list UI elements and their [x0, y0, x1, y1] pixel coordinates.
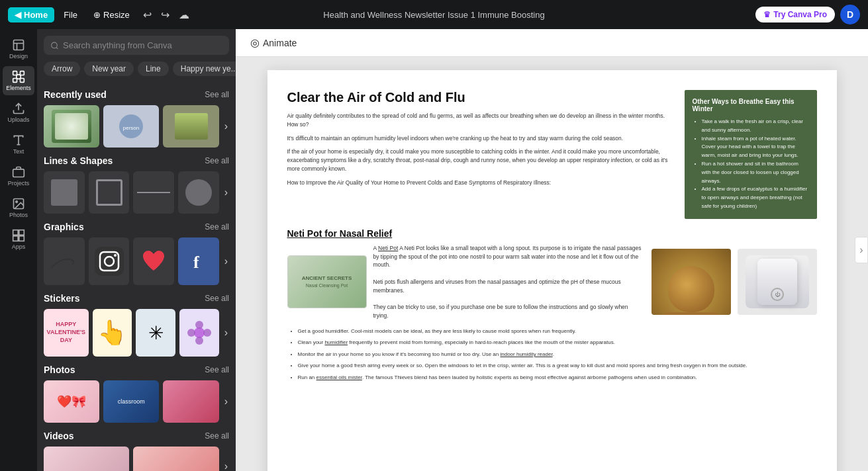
sidebar-item-apps[interactable]: Apps	[3, 225, 34, 254]
graphic-heart[interactable]	[133, 237, 174, 285]
recently-used-thumb-1[interactable]	[44, 105, 99, 148]
tag-new-year[interactable]: New year	[84, 62, 134, 76]
animate-label: Animate	[263, 38, 297, 48]
tag-line[interactable]: Line	[138, 62, 169, 76]
graphics-see-all[interactable]: See all	[205, 222, 229, 232]
shape-line[interactable]	[133, 171, 174, 214]
svg-text:f: f	[193, 253, 199, 272]
videos-row: ›	[44, 447, 229, 471]
graphic-instagram[interactable]	[89, 237, 130, 285]
home-button[interactable]: ◀ Home	[8, 7, 54, 22]
stickers-row: HAPPYVALENTINE'SDAY 👆 ✳ ›	[44, 309, 229, 357]
svg-text:person: person	[123, 125, 139, 131]
canvas-scroll[interactable]: Clear the Air of Cold and Flu Air qualit…	[236, 57, 868, 471]
undo-button[interactable]: ↩	[139, 6, 156, 24]
green-box-title: Other Ways to Breathe Easy this Winter	[693, 98, 809, 112]
bullet-1: Get a good humidifier. Cool-mist models …	[298, 327, 817, 336]
graphics-row: f ›	[44, 237, 229, 285]
resize-icon: ⊕	[93, 10, 101, 20]
photo-classroom[interactable]: classroom	[103, 380, 159, 423]
sidebar-item-uploads[interactable]: Uploads	[3, 98, 34, 127]
graphics-next[interactable]: ›	[223, 255, 229, 267]
user-avatar[interactable]: D	[840, 5, 860, 24]
svg-rect-12	[13, 230, 19, 236]
sidebar-item-photos[interactable]: Photos	[3, 193, 34, 222]
svg-rect-13	[19, 230, 24, 236]
videos-see-all[interactable]: See all	[205, 431, 229, 441]
stickers-see-all[interactable]: See all	[205, 294, 229, 303]
photos-see-all[interactable]: See all	[205, 365, 229, 374]
svg-rect-5	[21, 79, 24, 83]
resize-button[interactable]: ⊕ Resize	[87, 7, 136, 22]
search-input[interactable]	[63, 40, 222, 50]
tag-happy-new[interactable]: Happy new ye...	[173, 62, 236, 76]
graphic-arrow[interactable]	[44, 237, 85, 285]
shape-rect-outline[interactable]	[89, 171, 130, 214]
panel-content: Recently used See all person	[37, 81, 236, 471]
recently-used-next[interactable]: ›	[223, 120, 229, 132]
purifier-image: ⏻	[738, 249, 817, 315]
shapes-row: ›	[44, 171, 229, 214]
photos-header: Photos See all	[44, 364, 229, 375]
svg-rect-20	[95, 247, 124, 276]
doc-left: Clear the Air of Cold and Flu Air qualit…	[287, 90, 671, 219]
video-2[interactable]	[133, 447, 218, 471]
svg-rect-14	[13, 236, 19, 241]
recently-used-header: Recently used See all	[44, 89, 229, 100]
topbar-right: ♛ Try Canva Pro D	[755, 5, 860, 24]
sticker-valentines[interactable]: HAPPYVALENTINE'SDAY	[44, 309, 89, 357]
animate-button[interactable]: ◎ Animate	[245, 34, 302, 51]
photos-row: ❤️🎀 classroom ›	[44, 380, 229, 423]
svg-rect-15	[19, 236, 24, 241]
sidebar-icons: Design Elements Uploads Text Projects Ph…	[0, 29, 37, 471]
neti-body-3: They can be tricky to use, so if you pur…	[373, 303, 645, 320]
sticker-hand[interactable]: 👆	[93, 309, 132, 357]
videos-next[interactable]: ›	[223, 460, 229, 471]
photo-hearts[interactable]: ❤️🎀	[44, 380, 99, 423]
canvas-area: ◎ Animate Clear the Air of Cold and Flu …	[236, 29, 868, 471]
lines-shapes-see-all[interactable]: See all	[205, 156, 229, 165]
sidebar-item-projects[interactable]: Projects	[3, 161, 34, 191]
try-canva-button[interactable]: ♛ Try Canva Pro	[755, 7, 835, 22]
photo-pink[interactable]	[163, 380, 218, 423]
shapes-next[interactable]: ›	[223, 187, 229, 198]
videos-header: Videos See all	[44, 431, 229, 441]
sticker-sparkle[interactable]: ✳	[136, 309, 175, 357]
recently-used-see-all[interactable]: See all	[205, 90, 229, 99]
recently-used-thumb-2[interactable]: person	[103, 105, 159, 148]
sidebar-item-design[interactable]: Design	[3, 34, 34, 64]
photos-next[interactable]: ›	[223, 396, 229, 407]
cloud-save-button[interactable]: ☁	[175, 6, 193, 24]
svg-rect-3	[21, 71, 24, 75]
green-bullet-2: Inhale steam from a pot of heated water.…	[702, 135, 809, 160]
videos-title: Videos	[44, 431, 74, 441]
svg-rect-4	[13, 79, 17, 83]
shape-circle[interactable]	[178, 171, 219, 214]
home-label: Home	[24, 10, 48, 20]
video-1[interactable]	[44, 447, 129, 471]
graphic-facebook[interactable]: f	[178, 237, 219, 285]
graphics-title: Graphics	[44, 222, 84, 232]
stickers-next[interactable]: ›	[223, 327, 229, 339]
sidebar-item-elements[interactable]: Elements	[3, 66, 34, 95]
bullet-3: Monitor the air in your home so you know…	[298, 350, 817, 359]
undo-redo-group: ↩ ↪ ☁	[139, 6, 193, 24]
sidebar-item-text[interactable]: Text	[3, 130, 34, 159]
collapse-right-button[interactable]: ›	[855, 237, 868, 263]
photos-title: Photos	[44, 364, 75, 375]
shape-rect-filled[interactable]	[44, 171, 85, 214]
graphics-header: Graphics See all	[44, 222, 229, 232]
try-canva-label: Try Canva Pro	[773, 10, 827, 19]
doc-two-col: Clear the Air of Cold and Flu Air qualit…	[287, 90, 817, 219]
redo-button[interactable]: ↪	[157, 6, 173, 24]
tag-arrow[interactable]: Arrow	[44, 62, 80, 76]
sticker-flower[interactable]	[179, 309, 219, 357]
doc-body-3: If the air of your home is especially dr…	[287, 148, 671, 173]
neti-body-2: Neti pots flush allergens and viruses fr…	[373, 278, 645, 295]
file-button[interactable]: File	[57, 7, 84, 22]
animate-icon: ◎	[250, 36, 260, 49]
svg-point-23	[114, 254, 117, 257]
recently-used-thumb-3[interactable]	[163, 105, 218, 148]
green-bullet-3: Run a hot shower and sit in the bathroom…	[702, 160, 809, 185]
search-bar	[44, 36, 229, 55]
